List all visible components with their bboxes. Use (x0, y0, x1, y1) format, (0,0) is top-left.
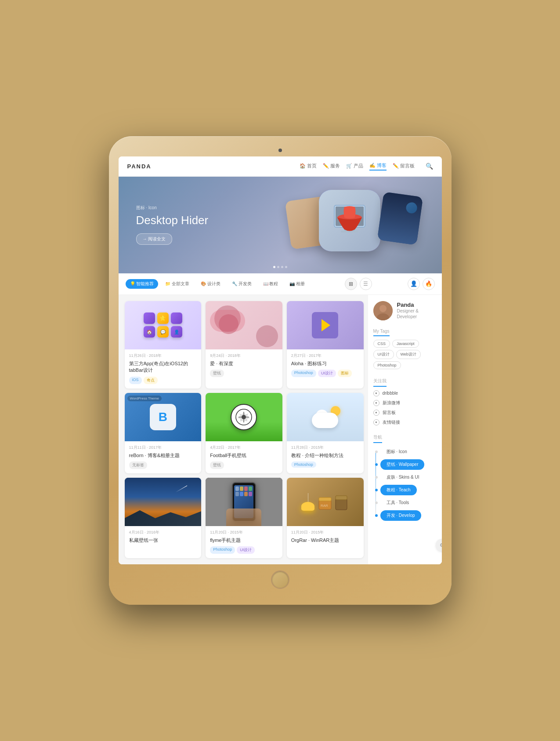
svg-rect-3 (341, 231, 358, 232)
user-icon-btn[interactable]: 👤 (408, 278, 420, 290)
post-tag-ui-8[interactable]: UI设计 (237, 546, 255, 554)
post-tag-wallpaper-2[interactable]: 壁纸 (210, 370, 224, 377)
hero-dot-4 (285, 266, 287, 268)
nav-teach-label: 教程 · Teach (380, 485, 417, 495)
post-date-3: 2月27日 · 2017年 (291, 353, 359, 359)
nav-items: 图标 · Icon 壁纸 · Wallpaper 皮肤 · Skins & UI… (373, 447, 437, 521)
post-card-7[interactable]: 4月16日 · 2016年 私藏壁纸一张 (125, 478, 202, 558)
filter-album[interactable]: 📷 相册 (285, 279, 309, 289)
tag-css[interactable]: CSS (373, 340, 390, 348)
post-thumb-5 (206, 393, 282, 441)
post-tag-ios[interactable]: iOS (129, 377, 142, 384)
filter-design[interactable]: 🎨 设计类 (196, 279, 225, 289)
post-tag-ps-3[interactable]: Photoshop (291, 370, 316, 377)
nav-item-wallpaper[interactable]: 壁纸 · Wallpaper (375, 459, 437, 470)
filter-smart[interactable]: 💡 智能推荐 (126, 279, 159, 289)
nav-item-teach[interactable]: 教程 · Teach (375, 485, 437, 495)
post-title-4: reBorn · 博客&相册主题 (129, 452, 197, 459)
post-tag-ps-8[interactable]: Photoshop (210, 546, 235, 554)
football-decoration (206, 393, 282, 441)
tag-webdesign[interactable]: Web设计 (396, 350, 421, 359)
tag-photoshop[interactable]: Photoshop (373, 361, 401, 369)
tag-ui[interactable]: UI设计 (373, 350, 394, 359)
post-tag-wallpaper-5[interactable]: 壁纸 (210, 461, 224, 469)
my-tags-title: My Tags (373, 329, 390, 336)
post-date-8: 11月20日 · 2015年 (210, 530, 278, 535)
follow-weibo[interactable]: ● 新浪微博 (373, 400, 437, 406)
svg-text:RAR: RAR (321, 504, 328, 508)
sidebar-profile: Panda Designer &Developer (373, 301, 437, 320)
post-title-9: OrgRar · WinRAR主题 (291, 537, 359, 544)
post-date-5: 4月22日 · 2017年 (210, 445, 278, 450)
read-more-button[interactable]: → 阅读全文 (136, 233, 173, 245)
post-card-2[interactable]: 9月24日 · 2018年 爱 · 有深度 壁纸 (206, 301, 282, 389)
post-tags-5: 壁纸 (210, 461, 278, 469)
avatar-image (373, 301, 393, 320)
svg-point-18 (379, 305, 387, 312)
post-title-8: flyme手机主题 (210, 537, 278, 544)
nav-item-skin[interactable]: 皮肤 · Skins & UI (375, 472, 437, 483)
hero-banner: 图标 · Icon Desktop Hider → 阅读全文 (119, 177, 442, 273)
nav-guestbook[interactable]: ✏️ 留言板 (393, 163, 415, 170)
post-card-1[interactable]: ⭐ 🏠 💬 👤 11月26日 · 2018年 第三方App(奇点)在iOS1 (125, 301, 202, 389)
filter-all[interactable]: 📁 全部文章 (161, 279, 194, 289)
post-info-4: 11月11日 · 2017年 reBorn · 博客&相册主题 无标签 (125, 441, 202, 473)
fire-icon-btn[interactable]: 🔥 (423, 278, 435, 290)
post-thumb-7 (125, 478, 202, 526)
post-card-9[interactable]: RAR 11月20日 · 2015年 OrgRar · WinRAR主题 (287, 478, 364, 558)
post-card-5[interactable]: 4月22日 · 2017年 Football手机壁纸 壁纸 (206, 393, 282, 473)
profile-actions: 👤 🔥 (408, 278, 435, 290)
post-tag-icon-3[interactable]: 图标 (338, 370, 352, 377)
box-decoration: RAR (287, 478, 364, 526)
post-date-7: 4月16日 · 2016年 (129, 530, 197, 535)
nav-service[interactable]: ✏️ 服务 (323, 163, 340, 170)
post-title-1: 第三方App(奇点)在iOS12的tabBar设计 (129, 360, 197, 374)
desktop-hider-icon (328, 201, 372, 240)
post-tag-qdian[interactable]: 奇点 (144, 377, 158, 384)
winrar-icons: RAR (318, 489, 349, 515)
post-tag-nolabel[interactable]: 无标签 (129, 461, 147, 469)
nav-product[interactable]: 🛒 产品 (346, 163, 363, 170)
sidebar-action-btn[interactable]: ⚙ (436, 539, 442, 551)
dribbble-icon: ● (373, 390, 379, 396)
follow-friends[interactable]: ● 友情链接 (373, 419, 437, 425)
post-tags-1: iOS 奇点 (129, 377, 197, 384)
post-tags-3: Photoshop UI设计 图标 (291, 370, 359, 377)
list-view-btn[interactable]: ☰ (360, 278, 372, 290)
post-card-4[interactable]: WordPress Theme B 11月11日 · 2017年 reBorn … (125, 393, 202, 473)
follow-dribbble[interactable]: ● dribbble (373, 390, 437, 396)
home-button[interactable] (271, 570, 289, 589)
my-tags: CSS Javascript UI设计 Web设计 Photoshop (373, 340, 437, 369)
nav-item-tools[interactable]: 工具 · Tools (375, 498, 437, 508)
friends-label: 友情链接 (383, 419, 400, 425)
post-card-6[interactable]: 11月28日 · 2015年 教程 · 介绍一种绘制方法 Photoshop (287, 393, 364, 473)
nav-item-icon[interactable]: 图标 · Icon (375, 447, 437, 457)
nav-skin-label: 皮肤 · Skins & UI (380, 472, 426, 483)
post-info-3: 2月27日 · 2017年 Aloha · 图标练习 Photoshop UI设… (287, 349, 364, 381)
tag-javascript[interactable]: Javascript (392, 340, 419, 348)
grid-view-btn[interactable]: ⊞ (345, 278, 357, 290)
search-icon[interactable]: 🔍 (426, 163, 433, 170)
nav-wallpaper-label: 壁纸 · Wallpaper (380, 459, 425, 470)
hero-card-main (319, 190, 380, 251)
post-title-7: 私藏壁纸一张 (129, 537, 197, 544)
nav-item-develop[interactable]: 开发 · Develop (375, 510, 437, 521)
follow-guestbook[interactable]: ● 留言板 (373, 410, 437, 416)
nav-blog[interactable]: ✍️ 博客 (369, 162, 387, 171)
hero-dot-2 (277, 266, 279, 268)
view-toggle: ⊞ ☰ (345, 278, 372, 290)
guestbook-label: 留言板 (383, 410, 396, 416)
filter-tutorial[interactable]: 📖 教程 (259, 279, 283, 289)
ipad-frame: PANDA 🏠 🏠 首页首页 ✏️ 服务 🛒 产品 ✍️ 博客 ✏️ 留言板 🔍… (109, 136, 452, 605)
posts-grid: ⭐ 🏠 💬 👤 11月26日 · 2018年 第三方App(奇点)在iOS1 (125, 301, 364, 559)
post-card-3[interactable]: 2月27日 · 2017年 Aloha · 图标练习 Photoshop UI设… (287, 301, 364, 389)
abstract-decoration (206, 301, 282, 349)
follow-section: ● dribbble ● 新浪微博 ● 留言板 ● 友情链接 (373, 390, 437, 425)
filter-dev[interactable]: 🔧 开发类 (228, 279, 256, 289)
nav-home[interactable]: 🏠 🏠 首页首页 (300, 163, 317, 170)
post-tag-ps-6[interactable]: Photoshop (291, 461, 316, 468)
post-date-4: 11月11日 · 2017年 (129, 445, 197, 450)
hero-card-bg (319, 190, 380, 251)
post-card-8[interactable]: 11月20日 · 2015年 flyme手机主题 Photoshop UI设计 (206, 478, 282, 558)
post-tag-ui-3[interactable]: UI设计 (318, 370, 336, 377)
